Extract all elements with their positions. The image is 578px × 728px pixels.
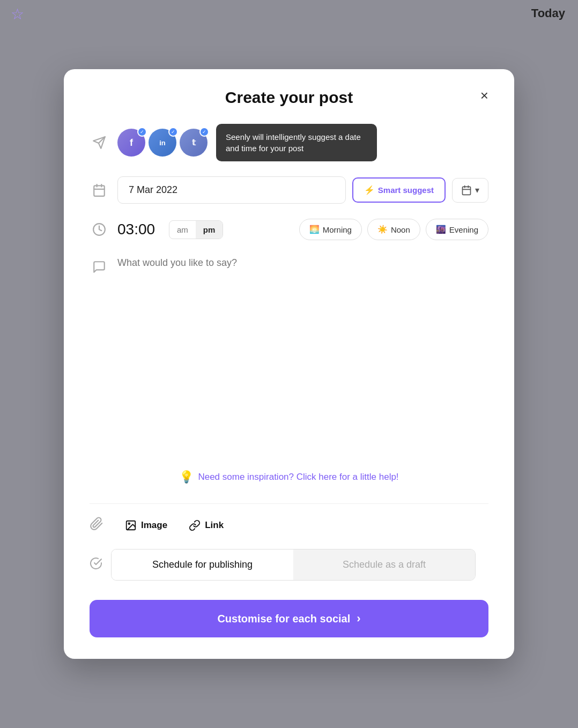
facebook-letter: f <box>130 137 133 148</box>
morning-preset-button[interactable]: 🌅 Morning <box>299 219 362 240</box>
date-row-content: 7 Mar 2022 ⚡ Smart suggest ▾ <box>117 176 488 204</box>
create-post-modal: Create your post × f ✓ in ✓ <box>64 69 514 659</box>
toolbar-row: Image Link <box>90 517 488 534</box>
chevron-right-icon: › <box>357 612 360 626</box>
linkedin-check-badge: ✓ <box>168 127 178 137</box>
svg-point-12 <box>128 523 130 524</box>
date-display[interactable]: 7 Mar 2022 <box>117 176 346 204</box>
noon-preset-button[interactable]: ☀️ Noon <box>367 219 420 240</box>
evening-preset-button[interactable]: 🌆 Evening <box>426 219 488 240</box>
inspiration-link[interactable]: 💡 Need some inspiration? Click here for … <box>90 470 488 484</box>
schedule-for-publishing-button[interactable]: Schedule for publishing <box>112 549 293 580</box>
svg-rect-6 <box>463 187 471 195</box>
smart-suggest-tooltip: Seenly will intelligently suggest a date… <box>216 124 377 161</box>
social-accounts-row: f ✓ in ✓ 𝕥 ✓ Seenly will intelligently <box>90 124 488 161</box>
today-label: Today <box>531 6 565 20</box>
bolt-icon: ⚡ <box>364 185 375 195</box>
social-avatars-group: f ✓ in ✓ 𝕥 ✓ <box>117 129 208 157</box>
close-button[interactable]: × <box>480 88 488 102</box>
twitter-check-badge: ✓ <box>199 127 209 137</box>
am-button[interactable]: am <box>169 221 196 239</box>
schedule-row: Schedule for publishing Schedule as a dr… <box>90 549 488 581</box>
customise-cta-button[interactable]: Customise for each social › <box>90 600 488 637</box>
content-spacer <box>90 420 488 464</box>
schedule-check-icon <box>90 557 102 573</box>
evening-icon: 🌆 <box>436 225 446 234</box>
message-icon <box>90 257 109 277</box>
top-bar: Today <box>518 0 578 27</box>
avatar-linkedin[interactable]: in ✓ <box>149 129 176 157</box>
twitter-letter: 𝕥 <box>192 138 196 147</box>
send-icon <box>90 133 109 152</box>
calendar-icon <box>90 181 109 200</box>
smart-suggest-button[interactable]: ⚡ Smart suggest <box>352 177 446 203</box>
link-button[interactable]: Link <box>189 519 224 531</box>
attachment-icon <box>90 517 103 534</box>
app-logo: ☆ <box>11 5 24 23</box>
message-row <box>90 255 488 405</box>
inspiration-text: Need some inspiration? Click here for a … <box>198 472 398 482</box>
cta-label: Customise for each social <box>217 613 350 625</box>
schedule-toggle: Schedule for publishing Schedule as a dr… <box>111 549 476 581</box>
pm-button[interactable]: pm <box>196 221 223 239</box>
morning-icon: 🌅 <box>309 225 320 234</box>
time-row: 03:00 am pm 🌅 Morning ☀️ Noon 🌆 Evening <box>90 219 488 240</box>
svg-rect-2 <box>94 185 105 196</box>
image-button[interactable]: Image <box>125 519 167 531</box>
schedule-as-draft-button[interactable]: Schedule as a draft <box>293 549 475 580</box>
avatar-twitter[interactable]: 𝕥 ✓ <box>180 129 208 157</box>
divider <box>90 503 488 504</box>
chevron-down-icon: ▾ <box>475 185 479 195</box>
modal-title: Create your post <box>225 88 353 107</box>
avatar-facebook[interactable]: f ✓ <box>117 129 145 157</box>
linkedin-letter: in <box>159 139 166 147</box>
date-row: 7 Mar 2022 ⚡ Smart suggest ▾ <box>90 176 488 204</box>
clock-icon <box>90 220 109 239</box>
bulb-icon: 💡 <box>179 470 194 484</box>
time-display[interactable]: 03:00 <box>117 221 160 238</box>
link-label: Link <box>205 520 224 531</box>
noon-icon: ☀️ <box>377 225 388 234</box>
modal-header: Create your post × <box>90 88 488 107</box>
time-presets: 🌅 Morning ☀️ Noon 🌆 Evening <box>299 219 488 240</box>
am-pm-toggle: am pm <box>169 220 223 239</box>
calendar-picker-button[interactable]: ▾ <box>452 178 488 203</box>
message-textarea[interactable] <box>117 255 488 405</box>
facebook-check-badge: ✓ <box>137 127 147 137</box>
image-label: Image <box>141 520 167 531</box>
